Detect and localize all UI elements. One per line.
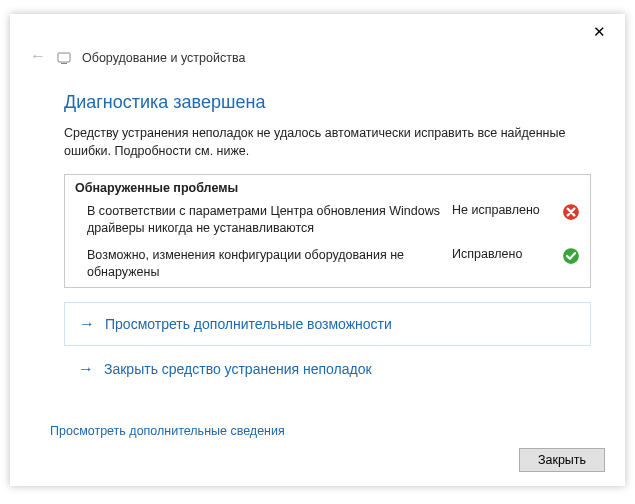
problem-status: Не исправлено (452, 203, 552, 217)
troubleshooter-window: ✕ ← Оборудование и устройства Диагностик… (0, 0, 635, 504)
page-title: Диагностика завершена (64, 92, 591, 113)
close-troubleshooter-button[interactable]: → Закрыть средство устранения неполадок (64, 360, 591, 378)
ok-icon (562, 247, 580, 265)
arrow-right-icon: → (78, 360, 94, 378)
problems-box: Обнаруженные проблемы В соответствии с п… (64, 174, 591, 288)
problem-text: В соответствии с параметрами Центра обно… (87, 203, 442, 237)
problems-header: Обнаруженные проблемы (65, 175, 590, 199)
problem-status: Исправлено (452, 247, 552, 261)
footer: Закрыть (10, 438, 625, 486)
svg-rect-0 (58, 53, 70, 62)
explore-options-button[interactable]: → Просмотреть дополнительные возможности (64, 302, 591, 346)
problem-text: Возможно, изменения конфигурации оборудо… (87, 247, 442, 281)
explore-options-label: Просмотреть дополнительные возможности (105, 316, 392, 332)
hardware-icon (56, 50, 72, 66)
problem-row: Возможно, изменения конфигурации оборудо… (65, 243, 590, 287)
details-link[interactable]: Просмотреть дополнительные сведения (50, 424, 285, 438)
error-icon (562, 203, 580, 221)
close-troubleshooter-label: Закрыть средство устранения неполадок (104, 361, 372, 377)
close-icon[interactable]: ✕ (583, 18, 615, 46)
back-arrow-icon[interactable]: ← (30, 47, 46, 65)
header: ← Оборудование и устройства (10, 50, 625, 70)
subtitle: Средству устранения неполадок не удалось… (64, 125, 591, 160)
details-link-row: Просмотреть дополнительные сведения (10, 406, 625, 438)
problem-row: В соответствии с параметрами Центра обно… (65, 199, 590, 243)
window-frame: ✕ ← Оборудование и устройства Диагностик… (10, 14, 625, 486)
titlebar: ✕ (10, 14, 625, 50)
close-button[interactable]: Закрыть (519, 448, 605, 472)
content-area: Диагностика завершена Средству устранени… (10, 70, 625, 406)
header-title: Оборудование и устройства (82, 51, 245, 65)
arrow-right-icon: → (79, 315, 95, 333)
svg-rect-1 (61, 63, 67, 64)
